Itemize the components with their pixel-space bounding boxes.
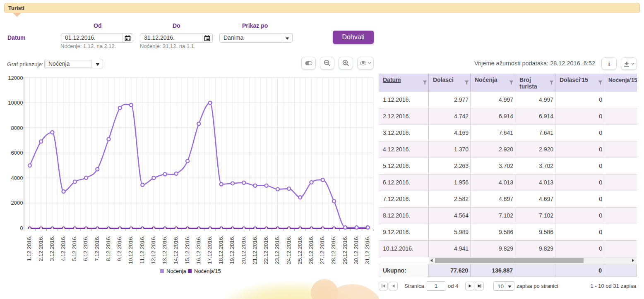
svg-text:23.12.2016.: 23.12.2016. (274, 236, 280, 264)
svg-text:17.12.2016.: 17.12.2016. (207, 236, 213, 264)
svg-text:Noćenja'15: Noćenja'15 (194, 268, 221, 274)
svg-text:12000: 12000 (8, 75, 23, 81)
svg-text:21.12.2016.: 21.12.2016. (252, 236, 258, 264)
svg-text:27.12.2016.: 27.12.2016. (319, 236, 325, 264)
svg-text:28.12.2016.: 28.12.2016. (330, 236, 336, 264)
svg-text:25.12.2016.: 25.12.2016. (297, 236, 303, 264)
svg-text:1.12.2016.: 1.12.2016. (26, 236, 32, 261)
svg-text:15.12.2016.: 15.12.2016. (184, 236, 190, 264)
svg-text:Noćenja: Noćenja (166, 268, 186, 274)
svg-text:10.12.2016.: 10.12.2016. (127, 236, 134, 264)
svg-text:12.12.2016.: 12.12.2016. (150, 236, 156, 264)
svg-text:6.12.2016.: 6.12.2016. (82, 236, 89, 261)
svg-text:3.12.2016.: 3.12.2016. (49, 236, 55, 261)
svg-text:30.12.2016.: 30.12.2016. (353, 236, 359, 264)
svg-text:11.12.2016.: 11.12.2016. (139, 236, 145, 264)
svg-text:7.12.2016.: 7.12.2016. (94, 236, 100, 261)
svg-text:10000: 10000 (8, 100, 23, 106)
svg-text:8000: 8000 (11, 125, 23, 131)
svg-text:19.12.2016.: 19.12.2016. (229, 236, 235, 264)
svg-text:18.12.2016.: 18.12.2016. (218, 236, 224, 264)
svg-text:13.12.2016.: 13.12.2016. (161, 236, 168, 264)
svg-text:8.12.2016.: 8.12.2016. (105, 236, 111, 261)
svg-text:6000: 6000 (11, 150, 23, 156)
svg-text:4.12.2016.: 4.12.2016. (60, 236, 66, 261)
svg-text:9.12.2016.: 9.12.2016. (116, 236, 123, 261)
svg-text:22.12.2016.: 22.12.2016. (263, 236, 269, 264)
svg-text:4000: 4000 (11, 175, 23, 181)
svg-text:14.12.2016.: 14.12.2016. (173, 236, 179, 264)
svg-text:29.12.2016.: 29.12.2016. (342, 236, 348, 264)
svg-text:2.12.2016.: 2.12.2016. (38, 236, 44, 261)
svg-text:20.12.2016.: 20.12.2016. (240, 236, 247, 264)
svg-text:24.12.2016.: 24.12.2016. (286, 236, 292, 264)
svg-text:2000: 2000 (11, 200, 23, 206)
svg-text:26.12.2016.: 26.12.2016. (308, 236, 314, 264)
svg-text:16.12.2016.: 16.12.2016. (195, 236, 202, 264)
svg-text:5.12.2016.: 5.12.2016. (71, 236, 77, 261)
svg-text:31.12.2016.: 31.12.2016. (364, 236, 370, 264)
svg-text:0: 0 (20, 225, 23, 231)
